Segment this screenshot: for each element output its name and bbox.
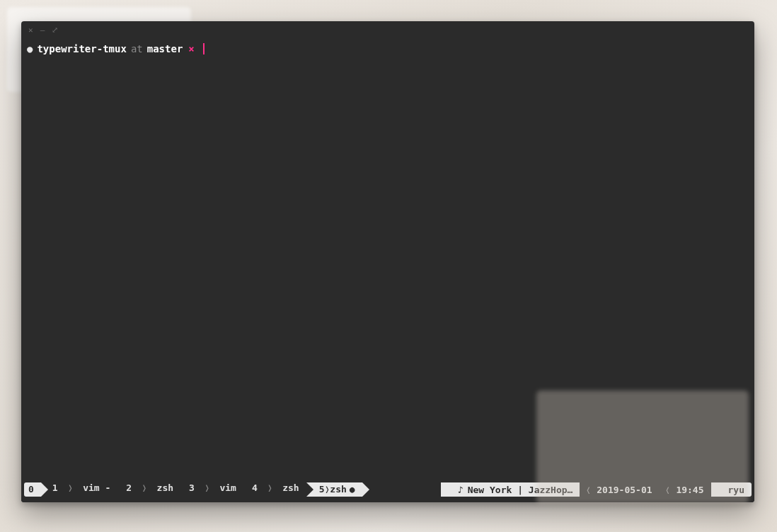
tmux-window-1[interactable]: 1 ❭ vim - (41, 482, 115, 498)
chevron-left-icon: ❬ (665, 485, 671, 495)
tmux-time-segment: ❬ 19:45 (660, 482, 711, 497)
chevron-left-icon: ❬ (585, 485, 591, 495)
minimize-icon[interactable]: — (40, 26, 45, 34)
tmux-window-5-active[interactable]: 5 ❭ zsh ● (313, 482, 362, 497)
chevron-right-icon: ❭ (142, 482, 147, 493)
tmux-music-text: New York | JazzHop… (468, 485, 573, 495)
prompt-cwd: typewriter-tmux (37, 42, 126, 56)
tmux-status-left: 0 1 ❭ vim - 2 ❭ zsh 3 ❭ vim (24, 482, 362, 498)
tmux-window-index: 4 (252, 482, 258, 493)
tmux-status-bar: 0 1 ❭ vim - 2 ❭ zsh 3 ❭ vim (21, 482, 754, 502)
shell-prompt: ● typewriter-tmux at master × (27, 42, 749, 56)
tmux-user-segment: ryu (711, 482, 752, 497)
chevron-right-icon: ❭ (67, 482, 73, 493)
tmux-status-right: ♪ New York | JazzHop… ❬ 2019-05-01 ❬ 19:… (441, 482, 752, 498)
tmux-window-name: zsh (330, 482, 346, 497)
tmux-window-4[interactable]: 4 ❭ zsh (241, 482, 304, 498)
chevron-right-icon: ❭ (267, 482, 273, 493)
tmux-window-index: 5 (319, 482, 325, 497)
tmux-window-3[interactable]: 3 ❭ vim (178, 482, 241, 498)
tmux-window-index: 1 (52, 482, 58, 493)
tmux-window-flag-icon: ● (350, 482, 355, 497)
tmux-window-name: zsh (157, 482, 173, 493)
tmux-time-text: 19:45 (676, 485, 703, 495)
tmux-music-segment: ♪ New York | JazzHop… (441, 482, 580, 497)
tmux-window-index: 2 (126, 482, 132, 493)
terminal-body[interactable]: ● typewriter-tmux at master × (21, 38, 754, 482)
terminal-cursor (203, 43, 205, 54)
music-note-icon: ♪ (458, 485, 464, 495)
chevron-right-icon: ❭ (325, 482, 330, 497)
tmux-session-badge[interactable]: 0 (24, 482, 41, 497)
tmux-user-text: ryu (728, 485, 744, 495)
window-titlebar: ✕ — ⤢ (21, 21, 754, 38)
prompt-bullet-icon: ● (27, 42, 33, 56)
terminal-window: ✕ — ⤢ ● typewriter-tmux at master × 0 (21, 21, 754, 502)
tmux-date-segment: ❬ 2019-05-01 (580, 482, 659, 497)
chevron-right-icon: ❭ (205, 482, 210, 493)
prompt-dirty-icon: × (188, 42, 194, 56)
tmux-session-index: 0 (28, 482, 34, 497)
close-icon[interactable]: ✕ (28, 26, 33, 34)
tmux-window-index: 3 (189, 482, 195, 493)
tmux-date-text: 2019-05-01 (597, 485, 652, 495)
tmux-window-name: zsh (282, 482, 299, 493)
prompt-at: at (131, 42, 143, 56)
desktop-background: ✕ — ⤢ ● typewriter-tmux at master × 0 (0, 0, 777, 532)
tmux-window-2[interactable]: 2 ❭ zsh (115, 482, 178, 498)
prompt-git-branch: master (147, 42, 183, 56)
tmux-window-name: vim - (83, 482, 110, 493)
tmux-window-name: vim (219, 482, 236, 493)
maximize-icon[interactable]: ⤢ (52, 26, 58, 34)
